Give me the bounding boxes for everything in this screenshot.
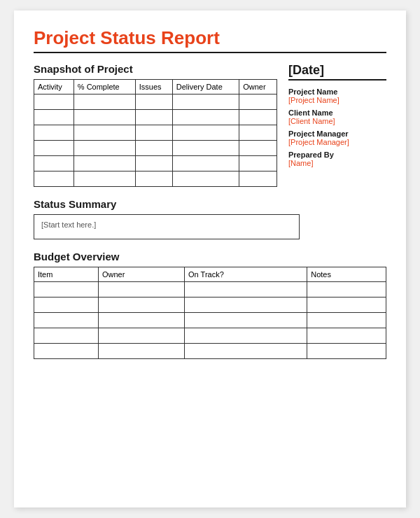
- right-section: [Date] Project Name [Project Name] Clien…: [288, 63, 386, 169]
- snapshot-col-issues: Issues: [135, 80, 172, 94]
- snapshot-cell: [34, 172, 74, 187]
- status-summary-placeholder: [Start text here.]: [41, 220, 96, 229]
- snapshot-cell: [74, 110, 135, 125]
- snapshot-cell: [239, 110, 277, 125]
- snapshot-row: [34, 141, 277, 156]
- date-underline: [288, 79, 386, 80]
- page-title: Project Status Report: [34, 27, 386, 49]
- snapshot-cell: [74, 156, 135, 172]
- snapshot-cell: [172, 110, 239, 125]
- prepared-by-label: Prepared By: [288, 150, 386, 159]
- snapshot-cell: [135, 141, 172, 156]
- budget-header-row: Item Owner On Track? Notes: [34, 267, 386, 282]
- budget-cell: [34, 282, 99, 298]
- title-divider: [34, 52, 386, 53]
- snapshot-table: Activity % Complete Issues Delivery Date…: [34, 79, 277, 187]
- snapshot-cell: [172, 94, 239, 110]
- status-summary-title: Status Summary: [34, 198, 386, 210]
- project-manager-label: Project Manager: [288, 130, 386, 138]
- snapshot-cell: [239, 172, 277, 187]
- snapshot-cell: [135, 156, 172, 172]
- budget-row: [34, 313, 386, 328]
- budget-cell: [185, 298, 307, 313]
- budget-cell: [98, 328, 184, 344]
- budget-cell: [307, 328, 386, 344]
- snapshot-row: [34, 125, 277, 141]
- snapshot-header-row: Activity % Complete Issues Delivery Date…: [34, 80, 277, 94]
- project-name-value: [Project Name]: [288, 96, 386, 104]
- snapshot-cell: [34, 141, 74, 156]
- budget-title: Budget Overview: [34, 251, 386, 262]
- snapshot-row: [34, 172, 277, 187]
- snapshot-cell: [34, 125, 74, 141]
- snapshot-cell: [74, 172, 135, 187]
- snapshot-cell: [239, 125, 277, 141]
- snapshot-title: Snapshot of Project: [34, 63, 277, 75]
- snapshot-cell: [74, 94, 135, 110]
- budget-cell: [34, 344, 99, 359]
- snapshot-cell: [172, 156, 239, 172]
- snapshot-cell: [135, 110, 172, 125]
- project-manager-value: [Project Manager]: [288, 138, 386, 146]
- snapshot-col-complete: % Complete: [74, 80, 135, 94]
- client-name-label: Client Name: [288, 108, 386, 117]
- budget-cell: [34, 298, 99, 313]
- snapshot-col-owner: Owner: [239, 80, 277, 94]
- budget-cell: [34, 313, 99, 328]
- status-summary-section: Status Summary [Start text here.]: [34, 198, 386, 239]
- status-summary-box[interactable]: [Start text here.]: [34, 214, 300, 239]
- budget-cell: [307, 298, 386, 313]
- budget-cell: [185, 313, 307, 328]
- snapshot-row: [34, 110, 277, 125]
- project-name-label: Project Name: [288, 88, 386, 96]
- budget-cell: [307, 344, 386, 359]
- budget-row: [34, 298, 386, 313]
- budget-table: Item Owner On Track? Notes: [34, 267, 386, 359]
- prepared-by-value: [Name]: [288, 159, 386, 167]
- budget-cell: [98, 282, 184, 298]
- snapshot-col-activity: Activity: [34, 80, 74, 94]
- snapshot-cell: [239, 141, 277, 156]
- snapshot-row: [34, 156, 277, 172]
- date-placeholder: [Date]: [288, 63, 386, 78]
- budget-cell: [307, 313, 386, 328]
- snapshot-cell: [34, 156, 74, 172]
- budget-section: Budget Overview Item Owner On Track? Not…: [34, 251, 386, 359]
- client-name-value: [Client Name]: [288, 117, 386, 125]
- budget-cell: [307, 282, 386, 298]
- snapshot-cell: [34, 94, 74, 110]
- budget-col-notes: Notes: [307, 267, 386, 282]
- budget-col-owner: Owner: [98, 267, 184, 282]
- budget-row: [34, 344, 386, 359]
- snapshot-cell: [135, 172, 172, 187]
- snapshot-cell: [34, 110, 74, 125]
- left-section: Snapshot of Project Activity % Complete …: [34, 63, 277, 187]
- budget-col-item: Item: [34, 267, 99, 282]
- snapshot-row: [34, 94, 277, 110]
- budget-cell: [185, 328, 307, 344]
- budget-cell: [98, 298, 184, 313]
- snapshot-cell: [172, 125, 239, 141]
- budget-cell: [34, 328, 99, 344]
- main-content-row: Snapshot of Project Activity % Complete …: [34, 63, 386, 187]
- budget-cell: [98, 344, 184, 359]
- snapshot-cell: [135, 125, 172, 141]
- snapshot-cell: [135, 94, 172, 110]
- snapshot-cell: [239, 156, 277, 172]
- snapshot-col-delivery: Delivery Date: [172, 80, 239, 94]
- budget-row: [34, 328, 386, 344]
- snapshot-cell: [172, 141, 239, 156]
- snapshot-cell: [172, 172, 239, 187]
- budget-col-ontrack: On Track?: [185, 267, 307, 282]
- budget-cell: [185, 282, 307, 298]
- page: Project Status Report Snapshot of Projec…: [14, 10, 406, 507]
- snapshot-cell: [239, 94, 277, 110]
- budget-cell: [185, 344, 307, 359]
- snapshot-cell: [74, 125, 135, 141]
- snapshot-cell: [74, 141, 135, 156]
- budget-row: [34, 282, 386, 298]
- budget-cell: [98, 313, 184, 328]
